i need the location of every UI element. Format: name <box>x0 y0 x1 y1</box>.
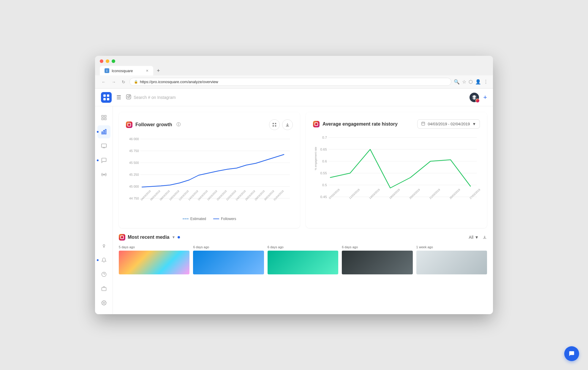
user-avatar <box>469 92 480 103</box>
svg-text:44 750: 44 750 <box>129 197 139 200</box>
svg-text:0.65: 0.65 <box>320 148 327 151</box>
main-content: Follower growth ⓘ <box>113 106 493 314</box>
tab-close-btn[interactable]: ✕ <box>146 69 148 73</box>
lock-icon: 🔒 <box>134 80 138 84</box>
sidebar-item-notifications[interactable] <box>97 254 110 267</box>
svg-point-5 <box>128 96 129 98</box>
engagement-rate-card: Average engagement rate history 04/03/20… <box>306 112 487 228</box>
svg-rect-4 <box>127 95 131 99</box>
svg-text:26/03/2019: 26/03/2019 <box>449 188 461 200</box>
list-item[interactable]: 6 days ago <box>342 245 412 274</box>
list-item[interactable]: 5 days ago <box>119 245 189 274</box>
sidebar-item-settings[interactable] <box>97 296 110 309</box>
svg-text:45 500: 45 500 <box>129 161 139 165</box>
instagram-icon <box>126 121 132 128</box>
sidebar-item-posts[interactable] <box>97 140 110 153</box>
refresh-button[interactable]: ↻ <box>120 78 127 86</box>
sidebar-item-help[interactable] <box>97 268 110 281</box>
star-icon[interactable]: ☆ <box>462 79 466 85</box>
svg-rect-19 <box>102 287 106 291</box>
new-tab-button[interactable]: + <box>154 67 162 75</box>
media-thumbnail-2[interactable] <box>193 251 264 274</box>
svg-text:20/03/2019: 20/03/2019 <box>409 188 421 200</box>
media-section-actions: All ▼ <box>469 235 487 240</box>
estimated-label: Estimated <box>190 217 206 221</box>
svg-rect-11 <box>102 132 102 134</box>
menu-icon[interactable]: ⋮ <box>483 79 488 85</box>
svg-text:21/03/2019: 21/03/2019 <box>429 188 441 200</box>
sidebar-item-ideas[interactable] <box>97 239 110 252</box>
download-button[interactable] <box>282 119 293 130</box>
media-timestamp-5: 1 week ago <box>416 245 487 249</box>
sidebar-item-messages[interactable] <box>97 154 110 167</box>
most-recent-media-header: Most recent media ▼ All ▼ <box>119 234 487 241</box>
media-chevron-icon[interactable]: ▼ <box>172 235 175 239</box>
date-range-picker[interactable]: 04/03/2019 - 02/04/2019 ▼ <box>417 119 480 129</box>
avatar-group[interactable] <box>469 92 480 103</box>
estimated-line-indicator <box>183 219 189 219</box>
forward-button[interactable]: → <box>110 78 118 86</box>
list-item[interactable]: 1 week ago <box>416 245 487 274</box>
sidebar-item-dashboard[interactable] <box>97 111 110 124</box>
media-thumbnail-4[interactable] <box>342 251 412 274</box>
back-button[interactable]: ← <box>100 78 108 86</box>
sidebar-active-dot <box>97 131 99 133</box>
search-bar-container[interactable]: Search # on Instagram <box>126 94 176 100</box>
media-thumbnail-3[interactable] <box>268 251 338 274</box>
media-thumbnail-5[interactable] <box>416 251 487 274</box>
profile-icon[interactable]: 👤 <box>475 79 481 85</box>
svg-text:11/03/2019: 11/03/2019 <box>348 188 360 200</box>
search-label: Search # on Instagram <box>134 95 176 100</box>
list-item[interactable]: 6 days ago <box>268 245 338 274</box>
svg-rect-22 <box>275 123 276 124</box>
follower-growth-actions <box>269 119 293 130</box>
minimize-traffic-light[interactable] <box>106 59 109 63</box>
svg-text:27/03/2019: 27/03/2019 <box>469 188 481 200</box>
close-traffic-light[interactable] <box>100 59 103 63</box>
svg-rect-8 <box>104 116 106 117</box>
follower-growth-card: Follower growth ⓘ <box>119 112 300 228</box>
followers-line-indicator <box>213 219 219 219</box>
media-instagram-icon <box>119 234 125 241</box>
browser-toolbar: ← → ↻ 🔒 https://pro.iconosquare.com/anal… <box>95 75 493 88</box>
info-icon[interactable]: ⓘ <box>176 122 181 127</box>
media-grid: 5 days ago 6 days ago 6 days ago 6 <box>119 245 487 274</box>
engagement-instagram-icon <box>313 121 320 127</box>
add-account-button[interactable]: + <box>483 94 487 101</box>
url-text: https://pro.iconosquare.com/analyze/over… <box>140 80 218 84</box>
media-timestamp-4: 6 days ago <box>342 245 412 249</box>
media-thumbnail-1[interactable] <box>119 251 189 274</box>
chat-button[interactable] <box>564 346 579 361</box>
follower-growth-legend: Estimated Followers <box>126 217 293 221</box>
svg-rect-0 <box>103 94 106 97</box>
svg-text:01/04/2019: 01/04/2019 <box>273 189 284 201</box>
svg-text:19/03/2019: 19/03/2019 <box>388 188 400 200</box>
grid-view-button[interactable] <box>269 119 280 130</box>
hamburger-menu[interactable]: ☰ <box>116 94 121 101</box>
svg-text:0.7: 0.7 <box>322 136 327 139</box>
engagement-rate-label: Average engagement rate history <box>323 121 398 127</box>
media-timestamp-1: 5 days ago <box>119 245 189 249</box>
media-download-icon[interactable] <box>482 235 487 240</box>
svg-point-20 <box>103 302 105 304</box>
svg-rect-1 <box>107 94 109 97</box>
address-bar[interactable]: 🔒 https://pro.iconosquare.com/analyze/ov… <box>129 78 451 86</box>
search-icon[interactable]: 🔍 <box>454 79 460 85</box>
layers-icon[interactable]: ⬡ <box>469 79 473 85</box>
sidebar-item-broadcast[interactable] <box>97 168 110 181</box>
list-item[interactable]: 6 days ago <box>193 245 264 274</box>
maximize-traffic-light[interactable] <box>112 59 115 63</box>
legend-followers: Followers <box>213 217 236 221</box>
toolbar-actions: 🔍 ☆ ⬡ 👤 ⋮ <box>454 79 488 85</box>
svg-rect-9 <box>102 118 103 120</box>
sidebar-item-portfolio[interactable] <box>97 282 110 295</box>
svg-rect-2 <box>103 98 106 100</box>
tab-bar: i Iconosquare ✕ + <box>100 66 488 75</box>
legend-estimated: Estimated <box>183 217 206 221</box>
filter-dropdown[interactable]: All ▼ <box>469 235 479 240</box>
svg-rect-23 <box>273 125 274 127</box>
svg-text:45 000: 45 000 <box>129 185 139 188</box>
browser-tab[interactable]: i Iconosquare ✕ <box>100 66 153 75</box>
sidebar-item-analytics[interactable] <box>97 125 110 138</box>
media-title-text: Most recent media <box>128 235 169 240</box>
